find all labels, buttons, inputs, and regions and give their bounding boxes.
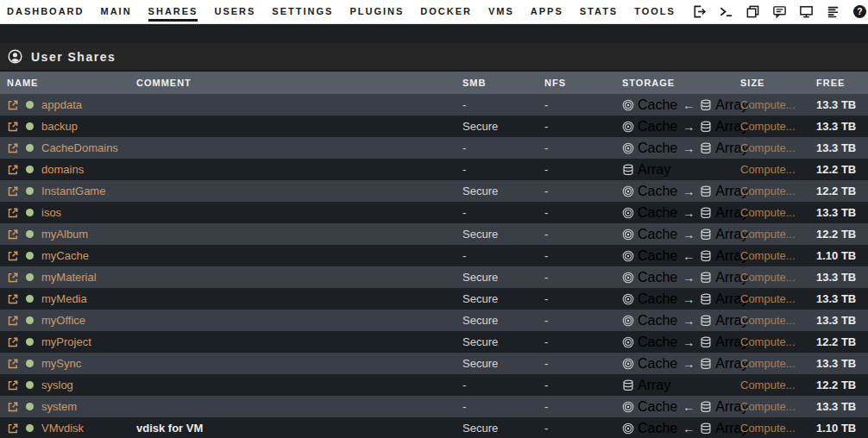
table-row: myProject Secure - Cache→Array Compute..… [0,331,868,353]
external-link-icon[interactable] [7,142,19,154]
free-cell: 13.3 TB [809,141,868,154]
nav-item-users[interactable]: USERS [214,2,255,22]
external-link-icon[interactable] [7,422,19,435]
nav-item-shares[interactable]: SHARES [148,2,198,22]
table-row: VMvdisk vdisk for VM Secure - Cache←Arra… [0,417,868,438]
share-name-link[interactable]: domains [41,163,84,176]
terminal-icon[interactable] [719,4,733,19]
feedback-icon[interactable] [772,4,787,19]
name-cell: myMedia [0,292,129,305]
compute-size-link[interactable]: Compute... [740,98,796,111]
nav-item-stats[interactable]: STATS [580,2,618,22]
share-status-dot [26,101,34,109]
external-link-icon[interactable] [7,185,19,197]
mover-arrow-right: → [682,228,695,241]
nav-item-settings[interactable]: SETTINGS [272,2,333,22]
external-link-icon[interactable] [7,250,19,262]
share-status-dot [26,252,34,260]
nav-item-apps[interactable]: APPS [531,2,563,22]
array-icon [700,422,712,435]
copy-icon[interactable] [745,4,760,19]
share-name-link[interactable]: myProject [41,335,91,348]
share-name-link[interactable]: myCache [41,249,89,262]
external-link-icon[interactable] [7,164,19,176]
smb-cell: Secure [456,357,538,370]
nav-item-main[interactable]: MAIN [101,2,132,22]
share-name-link[interactable]: myAlbum [41,228,88,241]
nav-item-docker[interactable]: DOCKER [420,2,472,22]
storage-cache-label: Cache [638,205,677,221]
free-cell: 13.3 TB [809,271,868,284]
share-name-link[interactable]: InstantGame [41,185,105,197]
nav-item-tools[interactable]: TOOLS [634,2,676,22]
share-name-link[interactable]: syslog [41,379,73,391]
external-link-icon[interactable] [7,121,19,133]
storage-cache-label: Cache [638,335,677,350]
compute-size-link[interactable]: Compute... [740,292,796,305]
logout-icon[interactable] [692,4,707,19]
monitor-icon[interactable] [799,4,814,19]
free-cell: 13.3 TB [809,120,868,133]
size-cell: Compute... [733,271,809,284]
share-name-link[interactable]: mySync [41,357,81,370]
compute-size-link[interactable]: Compute... [740,357,796,370]
share-name-link[interactable]: myMedia [41,292,87,305]
nfs-cell: - [538,271,615,284]
compute-size-link[interactable]: Compute... [740,379,796,391]
compute-size-link[interactable]: Compute... [740,206,796,219]
nav-item-dashboard[interactable]: DASHBOARD [7,2,85,22]
compute-size-link[interactable]: Compute... [740,335,796,348]
cache-icon [622,293,634,305]
log-icon[interactable] [826,4,840,19]
share-name-link[interactable]: myOffice [41,314,85,327]
external-link-icon[interactable] [7,272,19,284]
external-link-icon[interactable] [7,293,19,305]
external-link-icon[interactable] [7,228,19,241]
mover-arrow-right: → [682,293,695,305]
compute-size-link[interactable]: Compute... [740,249,796,262]
nfs-cell: - [538,379,615,391]
compute-size-link[interactable]: Compute... [740,314,796,327]
share-name-link[interactable]: VMvdisk [41,422,84,435]
compute-size-link[interactable]: Compute... [740,163,796,176]
mover-arrow-right: → [682,358,695,370]
share-status-dot [26,166,34,173]
external-link-icon[interactable] [7,99,19,111]
external-link-icon[interactable] [7,336,19,348]
compute-size-link[interactable]: Compute... [740,141,796,154]
nav-item-plugins[interactable]: PLUGINS [349,2,404,22]
smb-cell: - [456,98,538,111]
mover-arrow-left: ← [682,99,695,111]
array-icon [700,293,712,305]
external-link-icon[interactable] [7,379,19,391]
cache-icon [622,142,634,154]
cache-icon [622,315,634,327]
size-cell: Compute... [733,422,809,435]
share-name-link[interactable]: appdata [41,98,82,111]
size-cell: Compute... [733,357,809,370]
share-name-link[interactable]: isos [41,206,61,219]
compute-size-link[interactable]: Compute... [740,400,796,413]
size-cell: Compute... [733,120,809,133]
mover-arrow-right: → [682,336,695,348]
free-cell: 12.2 TB [809,335,868,348]
table-row: myMedia Secure - Cache→Array Compute... … [0,288,868,310]
compute-size-link[interactable]: Compute... [740,422,796,435]
mover-arrow-right: → [682,272,695,284]
external-link-icon[interactable] [7,315,19,327]
help-icon[interactable]: ? [852,4,867,19]
nav-item-vms[interactable]: VMS [488,2,514,22]
compute-size-link[interactable]: Compute... [740,271,796,284]
share-name-link[interactable]: myMaterial [41,271,97,284]
compute-size-link[interactable]: Compute... [740,185,796,197]
share-name-link[interactable]: CacheDomains [41,141,118,154]
name-cell: myOffice [0,314,129,327]
external-link-icon[interactable] [7,401,19,413]
compute-size-link[interactable]: Compute... [740,228,796,241]
compute-size-link[interactable]: Compute... [740,120,796,133]
share-name-link[interactable]: backup [41,120,78,133]
storage-cache-label: Cache [638,356,677,372]
external-link-icon[interactable] [7,358,19,370]
share-name-link[interactable]: system [41,400,77,413]
external-link-icon[interactable] [7,207,19,219]
